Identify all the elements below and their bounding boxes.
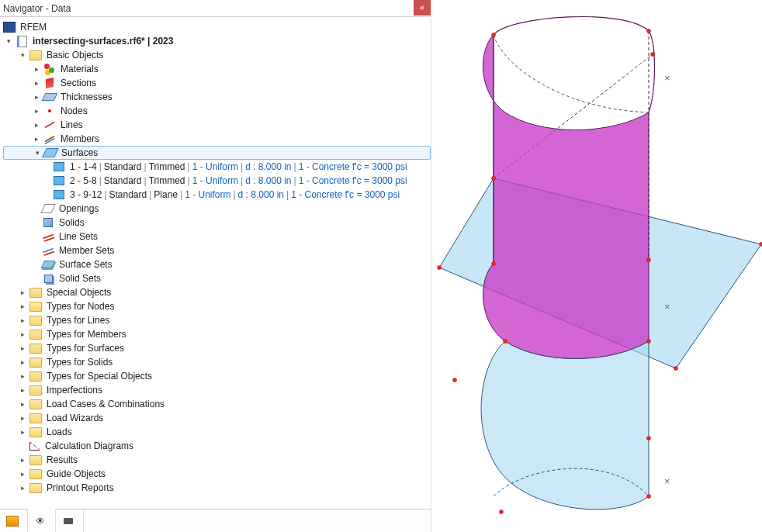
svg-point-8 bbox=[492, 262, 496, 266]
chart-icon bbox=[28, 440, 40, 452]
hidden-edge bbox=[494, 35, 649, 112]
calc-diagrams-label: Calculation Diagrams bbox=[43, 440, 135, 451]
folder-label: Imperfections bbox=[45, 385, 104, 396]
navigator-tree[interactable]: RFEM intersecting-surfaces.rf6* | 2023 B… bbox=[0, 17, 431, 509]
tree-row-surface-item[interactable]: 3 - 9-12|Standard|Plane|1 - Uniform|d : … bbox=[3, 188, 431, 202]
tree-row-folder[interactable]: Types for Special Objects bbox=[3, 369, 431, 383]
toggle-icon[interactable] bbox=[17, 287, 28, 298]
tree-row-nodes[interactable]: Nodes bbox=[3, 104, 431, 118]
svg-point-9 bbox=[504, 340, 507, 344]
surface-icon bbox=[44, 147, 57, 159]
line-sets-label: Line Sets bbox=[57, 231, 99, 242]
toggle-icon[interactable] bbox=[17, 301, 28, 312]
folder-icon bbox=[29, 454, 42, 466]
tree-row-folder[interactable]: Types for Lines bbox=[3, 313, 431, 327]
tree-row-surface-item[interactable]: 1 - 1-4|Standard|Trimmed|1 - Uniform|d :… bbox=[3, 160, 431, 174]
svg-point-5 bbox=[760, 243, 763, 247]
navigator-title: Navigator - Data bbox=[3, 3, 71, 14]
svg-point-7 bbox=[647, 258, 651, 262]
close-button[interactable]: × bbox=[414, 0, 431, 16]
folder-icon bbox=[29, 286, 42, 299]
tree-row-folder[interactable]: Types for Members bbox=[3, 327, 431, 341]
toggle-icon[interactable] bbox=[17, 343, 28, 354]
toggle-icon[interactable] bbox=[32, 147, 43, 158]
toggle-icon[interactable] bbox=[17, 50, 28, 60]
toggle-icon[interactable] bbox=[17, 371, 28, 382]
member-sets-label: Member Sets bbox=[57, 245, 116, 256]
tree-row-folder[interactable]: Results bbox=[3, 453, 431, 467]
toggle-icon[interactable] bbox=[17, 413, 28, 423]
toggle-icon[interactable] bbox=[31, 64, 42, 74]
tree-row-folder[interactable]: Types for Surfaces bbox=[3, 341, 431, 355]
folder-label: Types for Members bbox=[45, 329, 128, 340]
tree-row-surface-sets[interactable]: Surface Sets bbox=[3, 257, 431, 271]
folder-icon bbox=[29, 356, 42, 368]
svg-point-11 bbox=[647, 437, 651, 440]
toggle-icon[interactable] bbox=[17, 399, 28, 409]
tree-row-solids[interactable]: Solids bbox=[3, 216, 431, 230]
tab-views[interactable] bbox=[56, 510, 84, 532]
toggle-icon[interactable] bbox=[17, 357, 28, 368]
tree-row-file[interactable]: intersecting-surfaces.rf6* | 2023 bbox=[3, 34, 431, 48]
tree-row-folder[interactable]: Load Wizards bbox=[3, 411, 431, 425]
toggle-icon[interactable] bbox=[17, 385, 28, 396]
tree-row-basic-objects[interactable]: Basic Objects bbox=[3, 48, 431, 62]
tree-row-sections[interactable]: Sections bbox=[3, 76, 431, 90]
tree-row-folder[interactable]: Special Objects bbox=[3, 285, 431, 299]
toggle-icon[interactable] bbox=[3, 36, 14, 47]
tree-row-folder[interactable]: Imperfections bbox=[3, 383, 431, 397]
axis-marker: × bbox=[664, 301, 670, 313]
toggle-icon[interactable] bbox=[31, 78, 42, 88]
tree-row-surface-item[interactable]: 2 - 5-8|Standard|Trimmed|1 - Uniform|d :… bbox=[3, 174, 431, 188]
tree-row-lines[interactable]: Lines bbox=[3, 118, 431, 132]
line-icon bbox=[43, 119, 56, 131]
tree-row-openings[interactable]: Openings bbox=[3, 202, 431, 216]
toggle-icon[interactable] bbox=[17, 454, 28, 465]
toggle-icon[interactable] bbox=[31, 105, 42, 116]
navigator-bottom-tabs bbox=[0, 509, 431, 532]
folder-icon bbox=[29, 49, 42, 61]
toggle-icon[interactable] bbox=[31, 133, 42, 144]
svg-point-13 bbox=[647, 495, 651, 499]
tree-row-members[interactable]: Members bbox=[3, 132, 431, 146]
folder-label: Loads bbox=[45, 427, 74, 437]
tree-row-folder[interactable]: Printout Reports bbox=[3, 481, 431, 495]
surfaceset-icon bbox=[42, 258, 54, 271]
surface-item-icon bbox=[53, 161, 65, 173]
toggle-icon[interactable] bbox=[31, 119, 42, 130]
member-icon bbox=[43, 133, 56, 145]
tab-data-switch[interactable] bbox=[0, 510, 28, 532]
tab-display[interactable] bbox=[28, 509, 56, 532]
toggle-icon[interactable] bbox=[31, 92, 42, 102]
toggle-icon[interactable] bbox=[17, 468, 28, 479]
toggle-icon[interactable] bbox=[17, 482, 28, 493]
tree-row-folder[interactable]: Load Cases & Combinations bbox=[3, 397, 431, 411]
tree-row-solid-sets[interactable]: Solid Sets bbox=[3, 271, 431, 285]
tree-row-materials[interactable]: Materials bbox=[3, 62, 431, 76]
surfaces-label: Surfaces bbox=[60, 147, 99, 158]
tree-row-folder[interactable]: Loads bbox=[3, 425, 431, 439]
tree-row-line-sets[interactable]: Line Sets bbox=[3, 230, 431, 244]
toggle-icon[interactable] bbox=[17, 329, 28, 340]
svg-point-3 bbox=[438, 266, 442, 270]
folder-icon bbox=[29, 482, 42, 494]
members-label: Members bbox=[59, 133, 101, 144]
tree-row-calc-diagrams[interactable]: Calculation Diagrams bbox=[3, 439, 431, 453]
tree-row-folder[interactable]: Guide Objects bbox=[3, 467, 431, 481]
toggle-icon[interactable] bbox=[17, 427, 28, 437]
navigator-panel: Navigator - Data × RFEM intersecting-sur… bbox=[0, 0, 431, 532]
tree-row-folder[interactable]: Types for Solids bbox=[3, 355, 431, 369]
lines-label: Lines bbox=[59, 119, 85, 130]
tree-row-member-sets[interactable]: Member Sets bbox=[3, 244, 431, 257]
model-viewport[interactable]: × × × bbox=[431, 0, 762, 532]
folder-icon bbox=[29, 314, 42, 326]
folder-label: Results bbox=[45, 454, 79, 465]
folder-label: Load Wizards bbox=[45, 413, 105, 423]
tree-row-root[interactable]: RFEM bbox=[3, 20, 431, 34]
folder-icon bbox=[29, 384, 42, 396]
tree-row-thicknesses[interactable]: Thicknesses bbox=[3, 90, 431, 104]
tree-row-surfaces[interactable]: Surfaces bbox=[3, 146, 431, 160]
tree-row-folder[interactable]: Types for Nodes bbox=[3, 299, 431, 313]
folder-label: Types for Solids bbox=[45, 357, 114, 368]
toggle-icon[interactable] bbox=[17, 315, 28, 326]
